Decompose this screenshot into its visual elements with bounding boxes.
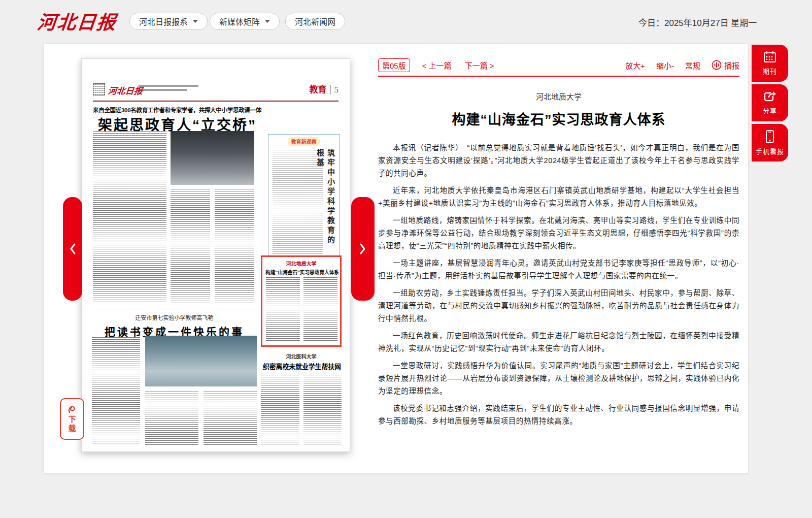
article-title: 构建“山海金石”实习思政育人体系: [378, 109, 739, 128]
chevron-left-icon: [69, 243, 76, 255]
article-paragraph: 本报讯（记者陈华） “以前总觉得地质实习就是背着地质锤‘找石头’，如今才真正明白…: [378, 142, 739, 180]
rail-button-label: 期刊: [763, 66, 777, 76]
nav-dropdown-label: 河北日报报系: [139, 15, 188, 27]
rail-button-share[interactable]: 分享: [752, 84, 788, 121]
article-toolbar: 第05版 < 上一篇 下一篇 > 放大+ 缩小- 常规 播报: [378, 57, 739, 73]
nav-link-label: 河北新闻网: [295, 15, 335, 27]
second-article[interactable]: 河北医科大学 织密离校未就业学生帮扶网: [261, 352, 342, 446]
article-paragraph: 一堂思政研讨，实践感悟升华为价值认同。实习尾声的“地质与家国”主题研讨会上，学生…: [378, 360, 739, 398]
previous-article-link[interactable]: < 上一篇: [422, 60, 452, 71]
edition-badge[interactable]: 第05版: [378, 58, 410, 72]
text-lines: [145, 392, 198, 445]
bottom-article[interactable]: 迁安市第七实验小学教师高飞艳 把读书变成一件快乐的事: [92, 309, 257, 447]
nav-dropdown-new-media[interactable]: 新媒体矩阵: [210, 13, 280, 30]
broadcast-label: 播报: [724, 60, 739, 71]
page-number: 5: [330, 85, 339, 94]
rail-button-label: 手机看报: [756, 146, 784, 156]
chevron-right-icon: [359, 243, 366, 255]
toolbar-divider: [378, 76, 739, 77]
article-body: 本报讯（记者陈华） “以前总觉得地质实习就是背着地质锤‘找石头’，如今才真正明白…: [378, 142, 739, 428]
nav-link-hebei-news[interactable]: 河北新闻网: [285, 13, 345, 30]
next-article-link[interactable]: 下一篇 >: [465, 60, 494, 71]
nav-dropdown-label: 新媒体矩阵: [219, 15, 260, 27]
chevron-down-icon: [265, 20, 270, 23]
lead-article-photo: [171, 131, 254, 185]
text-lines: [261, 373, 299, 445]
text-lines: [266, 277, 300, 342]
next-page-button[interactable]: [351, 197, 375, 301]
newspaper-page-thumbnail[interactable]: 河北日报 教育5 来自全国近300名教育工作者和专家学者，共探大中小学思政课一体…: [81, 58, 350, 452]
previous-page-button[interactable]: [63, 197, 82, 301]
text-lines: [92, 337, 140, 445]
text-lines: [171, 189, 210, 304]
highlighted-article[interactable]: 河北地质大学 构建“山海金石”实习思政育人体系: [261, 255, 342, 347]
share-icon: [763, 90, 776, 103]
masthead-meta-lines: [139, 85, 199, 93]
column-badge: 教育新观察: [288, 137, 320, 146]
highlighted-article-title: 构建“山海金石”实习思政育人体系: [265, 268, 337, 276]
rail-button-label: 分享: [763, 106, 777, 115]
text-lines: [303, 277, 337, 342]
article-pane: 第05版 < 上一篇 下一篇 > 放大+ 缩小- 常规 播报 河北地质大学 构建…: [378, 57, 739, 432]
lead-article-kicker: 来自全国近300名教育工作者和专家学者，共探大中小学思政课一体化改革新路径: [93, 106, 262, 114]
article-paragraph: 一场红色教育，历史回响激荡时代使命。师生走进花厂峪抗日纪念馆与烈士陵园，在缅怀英…: [378, 330, 739, 355]
article-paragraph: 一组地质路线，熔铸家国情怀于科学探索。在北戴河海滨、亮甲山等实习路线，学生们在专…: [378, 214, 739, 252]
article-paragraph: 该校党委书记和志强介绍，实践结束后，学生们的专业主动性、行业认同感与报国信念明显…: [378, 402, 739, 428]
download-label: 下载: [68, 415, 76, 433]
qr-code: [93, 83, 105, 95]
paper-masthead-logo: 河北日报: [108, 84, 144, 96]
highlighted-article-kicker: 河北地质大学: [262, 260, 340, 267]
text-lines: [273, 150, 323, 255]
section-label: 教育5: [310, 82, 339, 95]
nav-dropdown-paper-series[interactable]: 河北日报报系: [129, 13, 208, 30]
bottom-article-photo: [145, 336, 257, 386]
text-lines: [215, 189, 254, 304]
rail-button-mobile[interactable]: 手机看报: [752, 124, 788, 161]
second-article-kicker: 河北医科大学: [261, 352, 342, 360]
page: 河北日报 河北日报报系 新媒体矩阵 河北新闻网 今日：2025年10月27日 星…: [0, 0, 812, 518]
text-lines: [93, 131, 166, 304]
phone-icon: [765, 130, 774, 143]
bottom-article-kicker: 迁安市第七实验小学教师高飞艳: [92, 313, 257, 321]
masthead-rule: [93, 101, 339, 102]
second-article-title: 织密离校未就业学生帮扶网: [263, 361, 340, 371]
site-logo[interactable]: 河北日报: [36, 7, 118, 35]
right-column-article[interactable]: 教育新观察 筑牢中小学科学教育的根基: [268, 134, 340, 260]
text-lines: [303, 373, 342, 445]
zoom-in-button[interactable]: 放大+: [625, 60, 645, 71]
pdf-swirl-icon: [67, 405, 77, 414]
download-pdf-button[interactable]: 下载: [60, 398, 84, 440]
article-paragraph: 近年来，河北地质大学依托秦皇岛市海港区石门寨镇英武山地质研学基地，构建起以“大学…: [378, 184, 739, 210]
article-paragraph: 一场主题讲座，基层智慧浸润青年心灵。邀请英武山村党支部书记李家庚等担任“思政导师…: [378, 257, 739, 282]
zoom-out-button[interactable]: 缩小-: [656, 60, 674, 71]
article-kicker: 河北地质大学: [378, 91, 739, 102]
article-paragraph: 一组助农劳动，乡土实践锤炼责任担当。学子们深入英武山村田间地头、村民家中，参与帮…: [378, 287, 739, 325]
text-lines: [204, 392, 257, 445]
broadcast-button[interactable]: 播报: [712, 60, 739, 71]
audio-broadcast-icon: [712, 60, 722, 70]
calendar-icon: [763, 51, 776, 63]
rail-button-issues[interactable]: 期刊: [752, 45, 788, 82]
today-date: 今日：2025年10月27日 星期一: [638, 16, 757, 28]
chevron-down-icon: [193, 20, 198, 23]
normal-size-button[interactable]: 常规: [685, 60, 700, 71]
